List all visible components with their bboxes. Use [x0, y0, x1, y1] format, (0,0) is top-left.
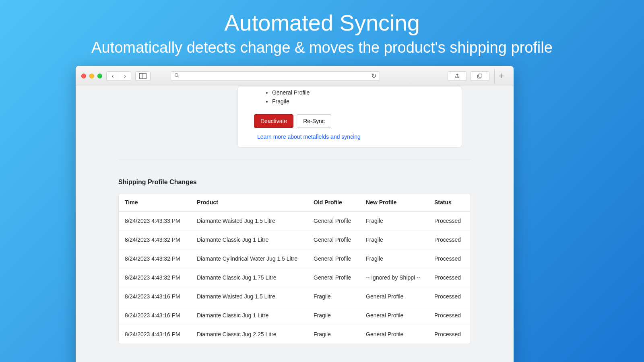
table-row: 8/24/2023 4:43:16 PMDiamante Classic Jug… — [119, 325, 471, 343]
maximize-window-icon[interactable] — [97, 74, 102, 78]
page-content: General Profile Fragile Deactivate Re-Sy… — [76, 86, 514, 362]
cell-time: 8/24/2023 4:43:32 PM — [119, 249, 191, 268]
close-window-icon[interactable] — [81, 74, 86, 78]
cell-new: Fragile — [360, 249, 429, 268]
table-row: 8/24/2023 4:43:16 PMDiamante Classic Jug… — [119, 306, 471, 325]
sidebar-toggle-button[interactable] — [135, 71, 151, 81]
cell-old: Fragile — [308, 287, 360, 306]
cell-old: General Profile — [308, 249, 360, 268]
cell-new: General Profile — [360, 306, 429, 325]
cell-time: 8/24/2023 4:43:16 PM — [119, 287, 191, 306]
header-new-profile: New Profile — [360, 193, 429, 212]
chevron-left-icon: ‹ — [112, 73, 114, 79]
cell-status: Processed — [429, 325, 471, 343]
forward-button[interactable]: › — [119, 72, 131, 80]
cell-new: General Profile — [360, 287, 429, 306]
cell-time: 8/24/2023 4:43:32 PM — [119, 268, 191, 287]
svg-rect-2 — [479, 74, 482, 77]
sync-settings-card: General Profile Fragile Deactivate Re-Sy… — [237, 86, 462, 148]
cell-status: Processed — [429, 268, 471, 287]
table-row: 8/24/2023 4:43:32 PMDiamante Classic Jug… — [119, 268, 471, 287]
cell-status: Processed — [429, 230, 471, 249]
cell-product: Diamante Waisted Jug 1.5 Litre — [191, 287, 308, 306]
window-controls — [81, 74, 102, 78]
chevron-right-icon: › — [124, 73, 126, 79]
resync-button[interactable]: Re-Sync — [297, 114, 331, 128]
table-row: 8/24/2023 4:43:32 PMDiamante Classic Jug… — [119, 230, 471, 249]
cell-product: Diamante Classic Jug 1.75 Litre — [191, 268, 308, 287]
new-tab-button[interactable]: + — [494, 69, 508, 83]
header-status: Status — [429, 193, 471, 212]
header-old-profile: Old Profile — [308, 193, 360, 212]
browser-window: ‹ › ↻ + General Profile Fragile — [76, 66, 514, 362]
cell-product: Diamante Classic Jug 2.25 Litre — [191, 325, 308, 343]
tabs-icon — [477, 73, 483, 79]
cell-time: 8/24/2023 4:43:33 PM — [119, 211, 191, 230]
deactivate-button[interactable]: Deactivate — [254, 114, 293, 128]
share-button[interactable] — [448, 71, 467, 81]
cell-status: Processed — [429, 211, 471, 230]
cell-time: 8/24/2023 4:43:32 PM — [119, 230, 191, 249]
cell-product: Diamante Waisted Jug 1.5 Litre — [191, 211, 308, 230]
header-time: Time — [119, 193, 191, 212]
profile-list-item: General Profile — [272, 88, 454, 97]
nav-buttons: ‹ › — [106, 71, 131, 81]
tabs-button[interactable] — [470, 71, 489, 81]
cell-old: General Profile — [308, 230, 360, 249]
cell-new: Fragile — [360, 211, 429, 230]
cell-product: Diamante Classic Jug 1 Litre — [191, 306, 308, 325]
cell-new: -- Ignored by Shippi -- — [360, 268, 429, 287]
cell-new: Fragile — [360, 230, 429, 249]
cell-time: 8/24/2023 4:43:16 PM — [119, 306, 191, 325]
cell-product: Diamante Classic Jug 1 Litre — [191, 230, 308, 249]
browser-chrome: ‹ › ↻ + — [76, 66, 514, 86]
reload-icon[interactable]: ↻ — [371, 72, 376, 80]
cell-status: Processed — [429, 306, 471, 325]
cell-new: General Profile — [360, 325, 429, 343]
profile-list: General Profile Fragile — [246, 86, 454, 106]
svg-line-1 — [178, 76, 179, 77]
table-row: 8/24/2023 4:43:16 PMDiamante Waisted Jug… — [119, 287, 471, 306]
share-icon — [454, 73, 460, 79]
sidebar-icon — [139, 73, 147, 79]
cell-product: Diamante Cylindrical Water Jug 1.5 Litre — [191, 249, 308, 268]
cell-status: Processed — [429, 249, 471, 268]
address-bar[interactable]: ↻ — [171, 71, 380, 81]
back-button[interactable]: ‹ — [107, 72, 119, 80]
changes-table: Time Product Old Profile New Profile Sta… — [119, 193, 471, 344]
cell-old: Fragile — [308, 325, 360, 343]
learn-more-link[interactable]: Learn more about metafields and syncing — [246, 134, 454, 140]
search-icon — [174, 73, 180, 79]
hero-subtitle: Automatically detects change & moves the… — [0, 39, 644, 56]
cell-old: General Profile — [308, 268, 360, 287]
section-title: Shipping Profile Changes — [118, 179, 514, 186]
divider — [118, 159, 471, 159]
cell-time: 8/24/2023 4:43:16 PM — [119, 325, 191, 343]
cell-old: General Profile — [308, 211, 360, 230]
header-product: Product — [191, 193, 308, 212]
svg-point-0 — [175, 73, 178, 76]
minimize-window-icon[interactable] — [89, 74, 94, 78]
changes-table-card: Time Product Old Profile New Profile Sta… — [118, 193, 471, 344]
cell-old: Fragile — [308, 306, 360, 325]
table-row: 8/24/2023 4:43:32 PMDiamante Cylindrical… — [119, 249, 471, 268]
hero-title: Automated Syncing — [0, 0, 644, 36]
table-row: 8/24/2023 4:43:33 PMDiamante Waisted Jug… — [119, 211, 471, 230]
plus-icon: + — [499, 71, 504, 81]
cell-status: Processed — [429, 287, 471, 306]
profile-list-item: Fragile — [272, 97, 454, 106]
table-header-row: Time Product Old Profile New Profile Sta… — [119, 193, 471, 212]
